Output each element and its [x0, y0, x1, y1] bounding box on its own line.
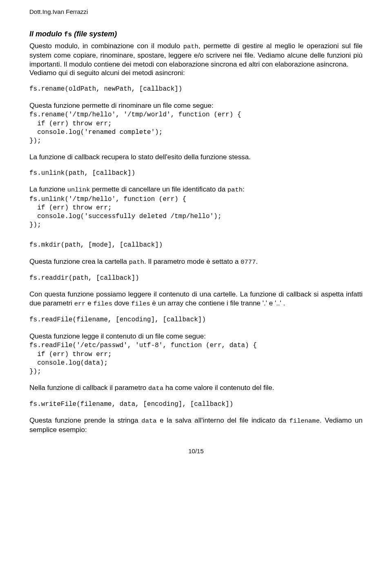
- readfile-after-pre: Nella funzione di callback il parametro: [29, 384, 148, 392]
- mkdir-mono2: 0777: [241, 258, 256, 266]
- writefile-mid: e la salva all'interno del file indicato…: [157, 416, 290, 424]
- unlink-post: :: [243, 185, 245, 193]
- readdir-mono3: files: [131, 300, 150, 307]
- readdir-mid1: e: [86, 299, 94, 307]
- intro-paragraph: Questo modulo, in combinazione con il mo…: [29, 42, 363, 69]
- fs-rename-code: fs.rename('/tmp/hello', '/tmp/world', fu…: [29, 111, 363, 145]
- fs-unlink-desc: La funzione unlink permette di cancellar…: [29, 185, 363, 194]
- mkdir-pre: Questa funzione crea la cartella: [29, 258, 129, 265]
- unlink-mono2: path: [227, 186, 243, 194]
- mkdir-mid: . Il parametro mode è settato a: [144, 258, 241, 265]
- fs-readfile-after: Nella funzione di callback il parametro …: [29, 383, 363, 393]
- title-mono: fs: [64, 31, 72, 38]
- fs-rename-desc: Questa funzione permette di rinominare u…: [29, 101, 363, 110]
- fs-writefile-signature: fs.writeFile(filename, data, [encoding],…: [29, 400, 363, 409]
- readdir-mono2: files: [93, 300, 112, 307]
- readfile-after-post: ha come valore il contenuto del file.: [163, 384, 274, 392]
- fs-readfile-signature: fs.readFile(filename, [encoding], [callb…: [29, 316, 363, 325]
- intro-pre: Questo modulo, in combinazione con il mo…: [29, 42, 183, 50]
- fs-readdir-desc: Con questa funzione possiamo leggere il …: [29, 290, 363, 308]
- readfile-after-mono: data: [148, 385, 163, 392]
- title-post: (file system): [72, 30, 117, 38]
- title-pre: Il modulo: [29, 30, 64, 38]
- fs-readdir-signature: fs.readdir(path, [callback]): [29, 274, 363, 283]
- fs-mkdir-signature: fs.mkdir(path, [mode], [callback]): [29, 241, 363, 250]
- fs-readfile-desc: Questa funzione legge il contenuto di un…: [29, 332, 363, 341]
- unlink-mono1: unlink: [67, 186, 90, 194]
- writefile-mono2: filename: [290, 417, 320, 425]
- writefile-pre: Questa funzione prende la stringa: [29, 416, 141, 424]
- fs-unlink-code: fs.unlink('/tmp/hello', function (err) {…: [29, 195, 363, 229]
- mkdir-post: .: [256, 258, 258, 265]
- fs-writefile-desc: Questa funzione prende la stringa data e…: [29, 416, 363, 434]
- page: Dott.Ing.Ivan Ferrazzi Il modulo fs (fil…: [0, 0, 392, 588]
- unlink-pre: La funzione: [29, 185, 67, 193]
- fs-rename-signature: fs.rename(oldPath, newPath, [callback]): [29, 85, 363, 94]
- readdir-mid2: dove: [112, 299, 131, 307]
- intro-path-mono: path: [183, 43, 198, 50]
- fs-rename-after: La funzione di callback recupera lo stat…: [29, 153, 363, 162]
- readdir-mono1: err: [74, 300, 86, 307]
- readdir-post: è un array che contiene i file tranne '.…: [150, 299, 285, 307]
- intro-paragraph-2: Vediamo qui di seguito alcuni dei metodi…: [29, 69, 363, 78]
- header-author: Dott.Ing.Ivan Ferrazzi: [29, 8, 363, 15]
- fs-mkdir-desc: Questa funzione crea la cartella path. I…: [29, 257, 363, 267]
- page-number: 10/15: [29, 448, 363, 454]
- mkdir-mono1: path: [129, 258, 144, 266]
- unlink-mid: permette di cancellare un file identific…: [90, 185, 227, 193]
- fs-readfile-code: fs.readFile('/etc/passwd', 'utf-8', func…: [29, 341, 363, 376]
- section-title: Il modulo fs (file system): [29, 30, 363, 38]
- writefile-mono1: data: [141, 417, 156, 425]
- fs-unlink-signature: fs.unlink(path, [callback]): [29, 169, 363, 178]
